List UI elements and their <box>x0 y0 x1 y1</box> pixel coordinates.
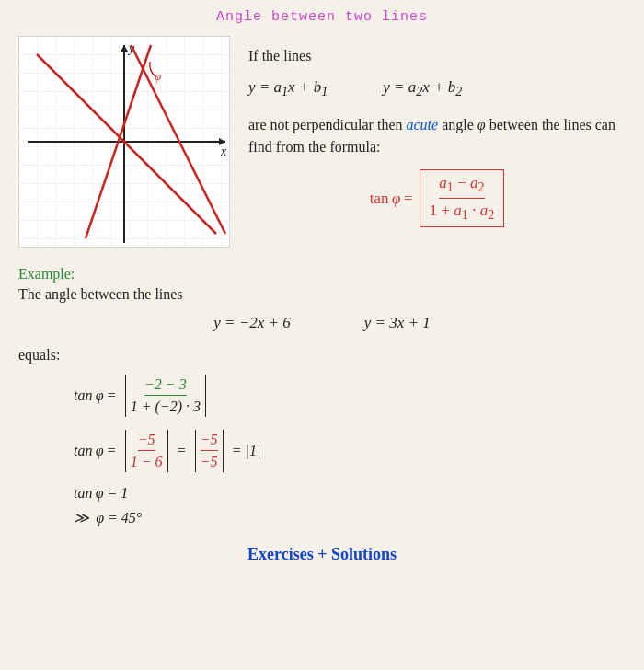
example-eq1: y = −2x + 6 <box>213 314 291 332</box>
exercises-link[interactable]: Exercises + Solutions <box>247 545 397 563</box>
step3: tan φ = 1 <box>74 485 626 502</box>
description: are not perpendicular then acute angle φ… <box>248 114 626 158</box>
line-eq1: y = a1x + b1 <box>248 78 328 99</box>
step1: tan φ = −2 − 3 1 + (−2) · 3 <box>74 375 626 417</box>
step1-num: −2 − 3 <box>144 376 187 396</box>
example-label: Example: <box>18 266 626 283</box>
intro-text: If the lines <box>248 45 626 67</box>
step2-den2: −5 <box>201 452 218 470</box>
line-eq2: y = a2x + b2 <box>383 78 462 99</box>
step2: tan φ = −5 1 − 6 = −5 −5 = |1| <box>74 430 626 472</box>
example-equations: y = −2x + 6 y = 3x + 1 <box>18 314 626 332</box>
page-title: Angle between two lines <box>18 9 626 25</box>
step2-den1: 1 − 6 <box>131 452 163 470</box>
step1-den: 1 + (−2) · 3 <box>131 397 201 415</box>
step2-num2: −5 <box>201 432 218 451</box>
step4: ≫ φ = 45° <box>74 509 626 526</box>
svg-text:φ: φ <box>155 69 161 83</box>
tan-phi-label: tan φ = <box>370 190 416 208</box>
step2-end: = |1| <box>229 443 261 459</box>
example-text: The angle between the lines <box>18 286 626 303</box>
main-formula: tan φ = a1 − a2 1 + a1 · a2 <box>248 169 626 227</box>
svg-text:x: x <box>220 144 227 158</box>
acute-word: acute <box>406 117 438 133</box>
formula-numerator: a1 − a2 <box>439 174 484 198</box>
example-section: Example: The angle between the lines y =… <box>18 266 626 526</box>
exercises-section[interactable]: Exercises + Solutions <box>18 545 626 564</box>
example-eq2: y = 3x + 1 <box>364 314 431 332</box>
solution-steps: tan φ = −2 − 3 1 + (−2) · 3 tan φ = −5 1… <box>74 375 626 526</box>
step2-num1: −5 <box>138 432 155 451</box>
coordinate-graph: x y <box>18 36 230 248</box>
formula-denominator: 1 + a1 · a2 <box>430 200 495 223</box>
theory-text: If the lines y = a1x + b1 y = a2x + b2 a… <box>248 36 626 248</box>
equals-text: equals: <box>18 347 626 364</box>
